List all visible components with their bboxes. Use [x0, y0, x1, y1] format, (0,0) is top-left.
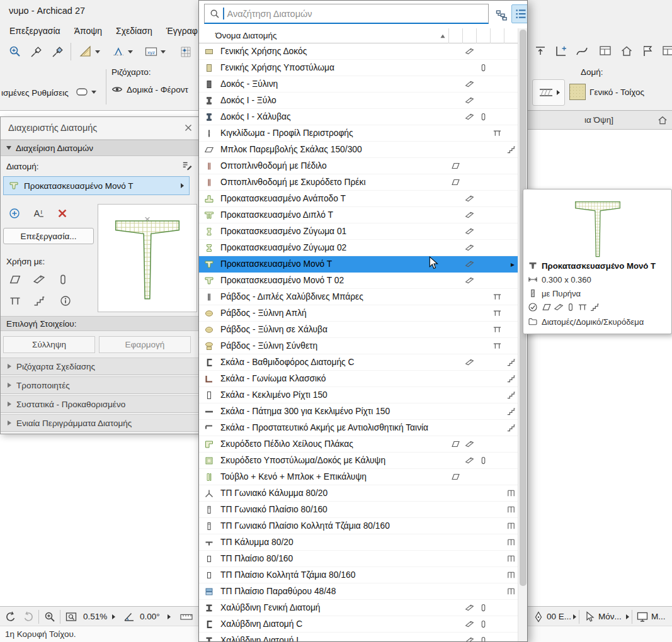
worksheet-button[interactable]	[596, 42, 615, 60]
search-input[interactable]: Αναζήτηση Διατομών	[204, 4, 489, 24]
tracking-flyout-icon[interactable]	[626, 614, 629, 619]
profile-list-item[interactable]: Προκατασκευασμένο Διπλό Τ	[199, 207, 518, 223]
profile-list-item[interactable]: Γενικής Χρήσης Υποστύλωμα	[199, 60, 518, 76]
orientation-button[interactable]	[121, 609, 137, 625]
rename-profile-button[interactable]: AΙ	[30, 205, 47, 222]
profile-list-item[interactable]: Ράβδος - Διπλές Χαλύβδινες Μπάρες	[199, 289, 518, 305]
profile-list-item[interactable]: Προκατασκευασμένο Ανάποδο Τ	[199, 191, 518, 207]
profile-list-item[interactable]: Ράβδος - Ξύλινη σε Χάλυβα	[199, 322, 518, 338]
menu-edit[interactable]: Επεξεργασία	[3, 23, 67, 38]
profile-dropdown[interactable]: Προκατασκευασμένο Μονό Τ	[3, 176, 190, 195]
corner-tool-button[interactable]	[552, 42, 571, 60]
use-with-stair-toggle[interactable]	[28, 292, 50, 310]
use-with-wall-toggle[interactable]	[4, 271, 26, 288]
pen-set-value[interactable]: 00 Ε...	[547, 612, 571, 621]
profile-list-item[interactable]: Τούβλο + Κενό + Μπλοκ + Επικάλυψη	[199, 469, 518, 485]
panel-header[interactable]: Διαχειριστής Διατομής	[1, 117, 200, 140]
profile-list-item[interactable]: Δοκός - Ξύλινη	[199, 76, 518, 93]
measure-button[interactable]	[178, 609, 195, 625]
profile-list-item[interactable]: Σκάλα - Προστατευτικό Ακμής με Αντιολισθ…	[199, 420, 518, 436]
use-with-railing-toggle[interactable]	[4, 292, 26, 310]
profile-list-item[interactable]: ΤΠ Γωνιακό Πλαίσιο Κολλητά Τζάμια 80/160	[199, 518, 518, 534]
use-with-beam-toggle[interactable]	[28, 271, 50, 288]
apply-button[interactable]: Εφαρμογή	[99, 336, 191, 353]
profile-list-item[interactable]: Ράβδος - Ξύλινη Σύνθετη	[199, 338, 518, 354]
angle-flyout-icon[interactable]	[168, 614, 171, 619]
section-outlines[interactable]: Ενιαία Περιγράμματα Διατομής	[1, 414, 200, 432]
profile-list-item[interactable]: ΤΠ Γωνιακό Κάλυμμα 80/20	[199, 485, 518, 502]
element-information-button[interactable]	[5, 42, 25, 62]
display-value[interactable]: Μ...	[651, 612, 666, 621]
profile-list-item[interactable]: Προκατασκευασμένο Ζύγωμα 02	[199, 240, 518, 256]
use-with-column-toggle[interactable]	[52, 271, 74, 288]
pen-set-button[interactable]	[531, 609, 546, 625]
add-profile-button[interactable]	[6, 205, 23, 222]
coordinates-button[interactable]: xyz	[141, 42, 169, 62]
profile-list-item[interactable]: Ράβδος - Ξύλινη Απλή	[199, 305, 518, 322]
profile-settings-button[interactable]	[178, 157, 196, 174]
section-modifiers[interactable]: Τροποποιητές	[1, 376, 200, 394]
profile-list-item[interactable]: Σκάλα - Βαθμιδοφόρος Διατομής C	[199, 354, 518, 371]
list-view-button[interactable]	[511, 4, 528, 23]
profile-list-item[interactable]: Προκατασκευασμένο Μονό Τ 02	[199, 273, 518, 289]
pickup-parameters-button[interactable]	[26, 42, 47, 62]
section-manage-profiles[interactable]: Διαχείριση Διατομών	[1, 140, 200, 156]
rotation-angle[interactable]: 0.00°	[140, 612, 160, 621]
zoom-in-button[interactable]	[42, 609, 58, 625]
profile-list-item[interactable]: ΤΠ Πλαίσιο Παραθύρου 48/48	[199, 583, 518, 600]
edit-profile-button[interactable]: Επεξεργασία...	[3, 228, 94, 244]
profile-list-item[interactable]: ΤΠ Πλαίσιο 80/160	[199, 551, 518, 567]
profile-list-item[interactable]: Σκυρόδετο Πέδιλο Χείλους Πλάκας	[199, 436, 518, 453]
use-with-info-button[interactable]	[55, 292, 76, 310]
profile-list-item[interactable]: Σκάλα - Κεκλιμένο Ρίχτι 150	[199, 387, 518, 403]
section-components[interactable]: Συστατικά - Προκαθορισμένο	[1, 395, 200, 413]
profile-list-item[interactable]: ΤΠ Κάλυμμα 80/20	[199, 534, 518, 551]
tracking-button[interactable]	[583, 609, 598, 625]
fit-in-window-button[interactable]	[63, 609, 79, 625]
flag-marker-button[interactable]	[639, 42, 658, 60]
pen-set-flyout-icon[interactable]	[573, 614, 576, 619]
profile-list-item[interactable]: Προκατασκευασμένο Ζύγωμα 01	[199, 223, 518, 240]
scrollbar[interactable]	[518, 28, 528, 642]
home-view-button[interactable]	[617, 42, 636, 60]
profile-list-item[interactable]: Σκάλα - Γωνίωμα Κλασσικό	[199, 371, 518, 387]
profile-list-item[interactable]: Σκάλα - Πάτημα 300 για Κεκλιμένο Ρίχτι 1…	[199, 403, 518, 420]
menu-view[interactable]: Άποψη	[67, 23, 109, 38]
section-trace-sketches[interactable]: Ριζόχαρτα Σχεδίασης	[1, 358, 200, 375]
profile-list-item[interactable]: Κιγκλίδωμα - Προφίλ Περιστροφής	[199, 125, 518, 142]
profile-list-item[interactable]: Μπλοκ Παρεμβολής Σκάλας 150/300	[199, 142, 518, 158]
inject-parameters-button[interactable]	[48, 42, 68, 62]
shape-options-button[interactable]	[71, 81, 101, 103]
profile-list-item[interactable]: Γενικής Χρήσης Δοκός	[199, 43, 518, 60]
capture-button[interactable]: Σύλληψη	[3, 336, 95, 353]
tracking-value[interactable]: Μόν...	[598, 612, 622, 621]
snap-grid-button[interactable]	[175, 42, 196, 62]
composite-structure-dropdown[interactable]: Γενικό - Τοίχος	[569, 84, 644, 100]
explore-button[interactable]	[20, 609, 37, 625]
snap-guides-button[interactable]	[108, 42, 136, 62]
delete-profile-button[interactable]	[54, 205, 71, 222]
detail-button[interactable]	[659, 42, 672, 60]
profile-list-item[interactable]: Οπτοπλινθοδομή με Πέδιλο	[199, 158, 518, 174]
zoom-percentage[interactable]: 0.51%	[83, 612, 107, 621]
profile-list-item[interactable]: Δοκός Ι - Ξύλο	[199, 93, 518, 109]
profile-list-item[interactable]: Προκατασκευασμένο Μονό Τ▸	[199, 256, 518, 273]
close-icon[interactable]	[183, 123, 193, 133]
profile-list-item[interactable]: Δοκός Ι - Χάλυβας	[199, 109, 518, 125]
list-header[interactable]: Όνομα Διατομής	[199, 28, 518, 43]
profile-list-item[interactable]: Χαλύβδινη Διατομή Ι	[199, 633, 518, 642]
profile-list-item[interactable]: Οπτοπλινθοδομή με Σκυρόδετο Πρέκι	[199, 174, 518, 191]
profile-list-item[interactable]: Χαλύβδινη Γενική Διατομή	[199, 600, 518, 616]
profile-list-item[interactable]: ΤΠ Πλαίσιο Κολλητά Τζάμια 80/160	[199, 567, 518, 583]
zoom-flyout-icon[interactable]	[112, 614, 115, 619]
guide-lines-button[interactable]	[76, 42, 103, 62]
spline-tool-button[interactable]	[572, 42, 591, 60]
display-options-button[interactable]	[635, 609, 650, 625]
profile-list-item[interactable]: ΤΠ Γωνιακό Πλαίσιο 80/160	[199, 502, 518, 518]
trace-reference-dropdown[interactable]: Δομικά - Φέροντ	[111, 84, 188, 95]
home-tab-button[interactable]	[655, 113, 670, 128]
profile-list-item[interactable]: Χαλύβδινη Διατομή C	[199, 616, 518, 633]
hierarchy-view-button[interactable]	[493, 6, 510, 23]
elevation-tool-button[interactable]	[531, 42, 550, 60]
profile-list-item[interactable]: Σκυρόδετο Υποστύλωμα/Δοκός με Κάλυψη	[199, 453, 518, 469]
